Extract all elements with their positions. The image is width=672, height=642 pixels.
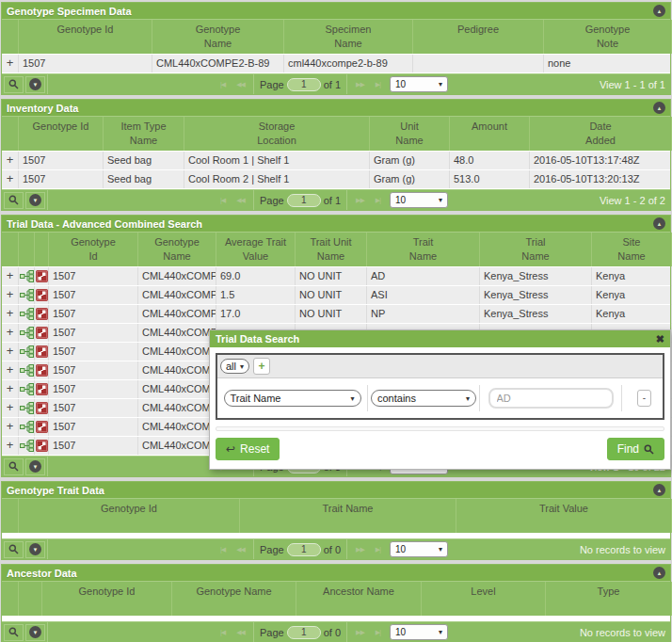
prev-page-button[interactable]: ◀◀ <box>231 629 250 636</box>
trial-chart-icon[interactable] <box>35 437 49 455</box>
pedigree-tree-icon[interactable] <box>19 267 35 285</box>
page-number-input[interactable] <box>287 626 321 639</box>
column-header[interactable] <box>2 582 19 616</box>
search-icon-button[interactable] <box>4 458 24 475</box>
expand-row-button[interactable]: + <box>2 55 19 72</box>
close-icon[interactable]: ✖ <box>656 333 664 345</box>
page-size-select[interactable]: 10▾ <box>390 541 448 557</box>
expand-row-button[interactable]: + <box>2 305 19 323</box>
last-page-button[interactable]: ▶| <box>370 197 386 204</box>
expand-row-button[interactable]: + <box>2 437 19 455</box>
column-header[interactable]: Trait Name <box>240 499 456 533</box>
download-icon-button[interactable]: ▼ <box>25 76 45 93</box>
first-page-button[interactable]: |◀ <box>215 197 231 204</box>
column-header[interactable]: Genotype Name <box>152 20 284 54</box>
column-header[interactable]: Item Type Name <box>104 117 184 151</box>
column-header[interactable]: Trait Value <box>456 499 672 533</box>
column-header[interactable] <box>2 20 19 54</box>
last-page-button[interactable]: ▶| <box>370 546 386 554</box>
trial-chart-icon[interactable] <box>35 399 49 417</box>
column-header[interactable]: Genotype Name <box>172 582 296 616</box>
download-icon-button[interactable]: ▼ <box>25 458 45 475</box>
reset-button[interactable]: ↩ Reset <box>216 438 280 460</box>
trial-chart-icon[interactable] <box>35 418 49 436</box>
column-header[interactable]: Genotype Id <box>19 117 104 151</box>
trial-chart-icon[interactable] <box>35 361 49 379</box>
pedigree-tree-icon[interactable] <box>19 437 35 455</box>
search-value-input[interactable] <box>488 388 614 409</box>
page-number-input[interactable] <box>287 543 321 556</box>
expand-row-button[interactable]: + <box>2 343 19 361</box>
trial-chart-icon[interactable] <box>35 380 49 398</box>
last-page-button[interactable]: ▶| <box>370 81 386 88</box>
page-number-input[interactable] <box>287 194 321 207</box>
expand-row-button[interactable]: + <box>2 286 19 304</box>
pedigree-tree-icon[interactable] <box>19 380 35 398</box>
column-header[interactable] <box>19 582 42 616</box>
expand-row-button[interactable]: + <box>2 418 19 436</box>
column-header[interactable]: Genotype Id <box>19 20 152 54</box>
next-page-button[interactable]: ▶▶ <box>350 546 370 554</box>
page-size-select[interactable]: 10▾ <box>390 192 448 208</box>
column-header[interactable]: Date Added <box>530 117 672 151</box>
pedigree-tree-icon[interactable] <box>19 343 35 361</box>
column-header[interactable]: Type <box>546 582 672 616</box>
column-header[interactable] <box>35 233 49 266</box>
trial-chart-icon[interactable] <box>35 343 49 361</box>
page-number-input[interactable] <box>287 78 321 91</box>
column-header[interactable]: Trial Name <box>480 233 592 266</box>
column-header[interactable]: Specimen Name <box>284 20 413 54</box>
first-page-button[interactable]: |◀ <box>215 546 231 554</box>
expand-row-button[interactable]: + <box>2 267 19 285</box>
column-header[interactable]: Unit Name <box>370 117 450 151</box>
pedigree-tree-icon[interactable] <box>19 399 35 417</box>
column-header[interactable] <box>19 233 35 266</box>
prev-page-button[interactable]: ◀◀ <box>231 81 250 88</box>
search-icon-button[interactable] <box>4 624 24 641</box>
trial-chart-icon[interactable] <box>35 267 49 285</box>
page-size-select[interactable]: 10▾ <box>390 624 448 640</box>
operator-select[interactable]: contains ▾ <box>371 390 476 407</box>
column-header[interactable] <box>2 233 19 266</box>
trial-chart-icon[interactable] <box>35 305 49 323</box>
collapse-icon[interactable]: ▲ <box>653 217 665 230</box>
field-select[interactable]: Trait Name ▾ <box>224 390 361 407</box>
first-page-button[interactable]: |◀ <box>215 629 231 636</box>
search-icon-button[interactable] <box>4 192 24 209</box>
column-header[interactable]: Genotype Note <box>544 20 672 54</box>
column-header[interactable]: Site Name <box>592 233 672 266</box>
collapse-icon[interactable]: ▲ <box>653 102 665 114</box>
download-icon-button[interactable]: ▼ <box>25 624 45 641</box>
pedigree-tree-icon[interactable] <box>19 286 35 304</box>
collapse-icon[interactable]: ▲ <box>653 484 665 496</box>
prev-page-button[interactable]: ◀◀ <box>231 197 250 204</box>
column-header[interactable]: Amount <box>450 117 530 151</box>
add-rule-button[interactable]: + <box>253 358 270 375</box>
group-op-select[interactable]: all ▾ <box>220 359 249 374</box>
next-page-button[interactable]: ▶▶ <box>350 81 370 88</box>
column-header[interactable]: Trait Unit Name <box>296 233 367 266</box>
expand-row-button[interactable]: + <box>2 170 19 188</box>
pedigree-tree-icon[interactable] <box>19 324 35 342</box>
collapse-icon[interactable]: ▲ <box>653 5 665 17</box>
pedigree-tree-icon[interactable] <box>19 305 35 323</box>
collapse-icon[interactable]: ▲ <box>653 567 665 579</box>
column-header[interactable] <box>2 499 19 533</box>
download-icon-button[interactable]: ▼ <box>25 192 45 209</box>
last-page-button[interactable]: ▶| <box>370 629 386 636</box>
column-header[interactable]: Level <box>422 582 546 616</box>
trial-chart-icon[interactable] <box>35 324 49 342</box>
expand-row-button[interactable]: + <box>2 361 19 379</box>
search-icon-button[interactable] <box>4 541 24 558</box>
column-header[interactable]: Genotype Id <box>19 499 240 533</box>
column-header[interactable]: Pedigree <box>413 20 544 54</box>
expand-row-button[interactable]: + <box>2 380 19 398</box>
column-header[interactable]: Storage Location <box>184 117 370 151</box>
pedigree-tree-icon[interactable] <box>19 418 35 436</box>
column-header[interactable]: Genotype Id <box>49 233 138 266</box>
trial-chart-icon[interactable] <box>35 286 49 304</box>
column-header[interactable]: Genotype Id <box>42 582 172 616</box>
expand-row-button[interactable]: + <box>2 399 19 417</box>
column-header[interactable]: Genotype Name <box>138 233 216 266</box>
next-page-button[interactable]: ▶▶ <box>350 629 370 636</box>
